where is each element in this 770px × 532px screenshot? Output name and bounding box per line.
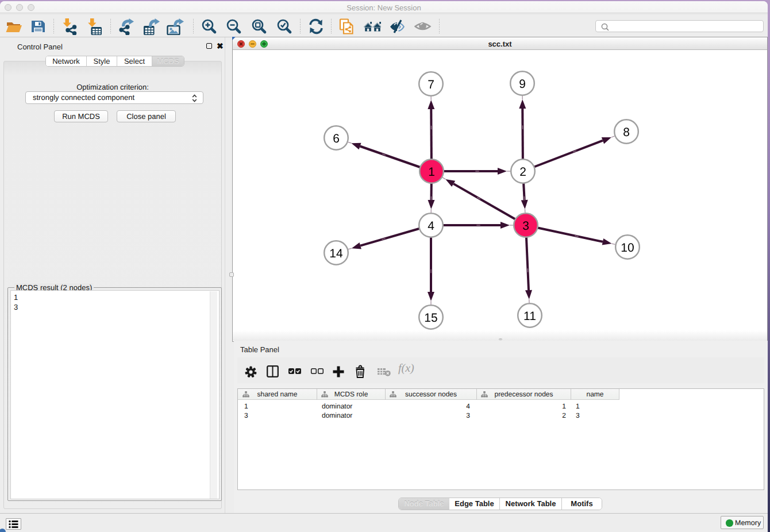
- svg-text:2: 2: [519, 165, 526, 179]
- svg-text:1: 1: [428, 165, 435, 179]
- svg-text:7: 7: [428, 78, 434, 91]
- svg-text:10: 10: [621, 241, 634, 255]
- svg-text:6: 6: [333, 132, 340, 145]
- svg-text:9: 9: [519, 78, 526, 91]
- svg-text:11: 11: [523, 310, 536, 323]
- svg-text:14: 14: [329, 247, 343, 260]
- svg-text:4: 4: [428, 219, 434, 233]
- svg-text:3: 3: [522, 219, 529, 233]
- svg-text:15: 15: [424, 311, 437, 325]
- svg-text:8: 8: [623, 126, 630, 139]
